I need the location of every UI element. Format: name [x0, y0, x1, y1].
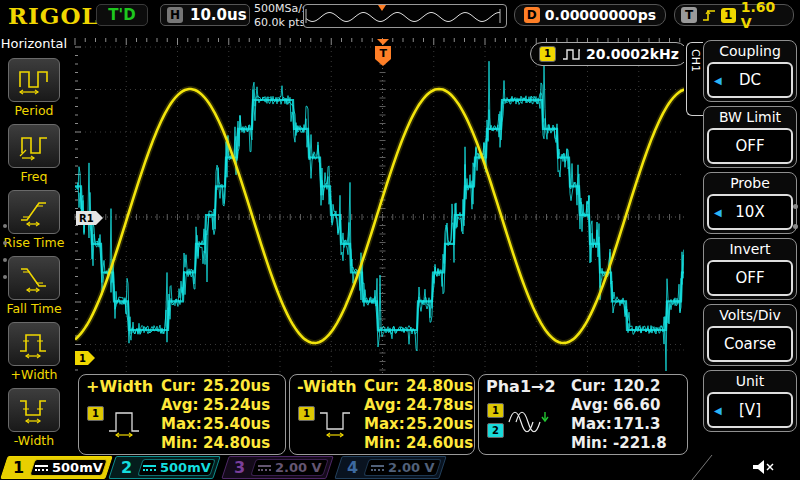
channel-number: 1 — [13, 457, 24, 478]
measurement-panel-nwidth: -Width 1 Cur:24.80us Avg:24.78us Max:25.… — [289, 374, 475, 455]
delay-value: 0.00000000ps — [545, 7, 656, 23]
timebase-badge[interactable]: H 10.0us — [160, 4, 250, 26]
channel-2-badge: 2 — [487, 423, 504, 438]
unit-value[interactable]: ◀ [V] — [707, 392, 793, 428]
trigger-level-value: 1.60 V — [741, 0, 787, 31]
volts-div-value[interactable]: Coarse — [707, 326, 793, 362]
phase-icon — [507, 407, 551, 439]
menu-item-negative-width[interactable]: -Width — [2, 388, 66, 450]
top-bar: RIGOL T'D H 10.0us 500MSa/s 60.0k pts D … — [0, 0, 800, 32]
trigger-status-text: T'D — [108, 6, 135, 24]
channel-block-2[interactable]: 2 500mV — [108, 456, 220, 479]
negative-pulse-icon — [318, 407, 358, 439]
menu-section-volts-div[interactable]: Volts/Div Coarse — [703, 304, 797, 366]
menu-item-period[interactable]: Period — [2, 58, 66, 120]
delay-key-icon: D — [524, 7, 540, 23]
channel-number: 3 — [234, 457, 245, 478]
svg-text:1: 1 — [79, 353, 86, 364]
channel-scale: 2.00 V — [388, 460, 435, 475]
square-wave-icon — [562, 46, 580, 62]
measurement-panel-phase: Pha1→2 1 2 Cur:120.2 Avg:66.60 Max:171.3… — [478, 374, 688, 455]
fall-time-icon — [18, 262, 50, 294]
waveform-preview-strip[interactable] — [303, 4, 507, 28]
menu-item-fall-time[interactable]: Fall Time — [2, 256, 66, 318]
preview-trigger-marker[interactable] — [378, 5, 386, 11]
measurement-panel-pwidth: +Width 1 Cur:25.20us Avg:25.24us Max:25.… — [78, 374, 286, 455]
freq-icon — [18, 130, 50, 162]
right-menu: CH1 Coupling ◀ DC BW Limit OFF Probe ◀ 1… — [684, 32, 800, 480]
menu-item-rise-time[interactable]: Rise Time — [2, 190, 66, 252]
menu-section-bw-limit[interactable]: BW Limit OFF — [703, 106, 797, 168]
menu-item-positive-width[interactable]: +Width — [2, 322, 66, 384]
memory-depth: 60.0k pts — [254, 16, 308, 30]
horizontal-key-icon: H — [167, 7, 183, 23]
dc-coupling-icon — [371, 465, 384, 471]
coupling-value[interactable]: ◀ DC — [707, 62, 793, 98]
bw-limit-value[interactable]: OFF — [707, 128, 793, 164]
menu-section-unit[interactable]: Unit ◀ [V] — [703, 370, 797, 432]
svg-text:R1: R1 — [79, 213, 94, 224]
channel-block-1[interactable]: 1 500mV — [0, 456, 112, 479]
sample-rate: 500MSa/s — [254, 2, 308, 16]
chevron-left-icon: ◀ — [714, 75, 722, 86]
trigger-badge[interactable]: T 1 1.60 V — [674, 4, 794, 26]
channel-scale: 2.00 V — [275, 460, 322, 475]
channel-scale: 500mV — [52, 460, 103, 475]
negative-width-icon — [18, 394, 50, 426]
mute-speaker-icon[interactable] — [750, 458, 778, 477]
positive-pulse-icon — [107, 407, 147, 439]
left-menu-title: Horizontal — [0, 36, 68, 51]
channel-block-4[interactable]: 4 2.00 V — [334, 456, 446, 479]
dc-coupling-icon — [258, 465, 271, 471]
trigger-key-icon: T — [681, 7, 697, 23]
trigger-status-badge: T'D — [96, 4, 148, 26]
chevron-left-icon: ◀ — [714, 405, 722, 416]
dc-coupling-icon — [143, 465, 156, 471]
left-page-indicator — [3, 224, 9, 292]
probe-value[interactable]: ◀ 10X — [707, 194, 793, 230]
positive-width-icon — [18, 328, 50, 360]
rise-time-icon — [18, 196, 50, 228]
channel-scale: 500mV — [160, 460, 211, 475]
channel-badge: 1 — [87, 406, 104, 421]
rising-edge-icon — [702, 7, 716, 23]
left-menu: Horizontal Period Freq Rise Time — [0, 32, 70, 480]
measurement-values: Cur:25.20us Avg:25.24us Max:25.40us Min:… — [161, 377, 270, 453]
invert-value[interactable]: OFF — [707, 260, 793, 296]
svg-text:T: T — [380, 47, 388, 60]
trigger-source-badge: 1 — [721, 8, 736, 23]
menu-section-invert[interactable]: Invert OFF — [703, 238, 797, 300]
freq-value: 20.0002kHz — [586, 46, 679, 62]
chevron-left-icon: ◀ — [714, 207, 722, 218]
oscilloscope-screen: { "top_bar": { "logo": "RIGOL", "trigger… — [0, 0, 800, 480]
delay-badge[interactable]: D 0.00000000ps — [514, 4, 666, 26]
channel-number: 4 — [347, 457, 358, 478]
measurement-values: Cur:120.2 Avg:66.60 Max:171.3 Min:-221.8 — [571, 377, 667, 453]
menu-item-freq[interactable]: Freq — [2, 124, 66, 186]
channel-bar: 1 500mV 2 500mV 3 2.00 V 4 — [0, 455, 800, 480]
menu-section-coupling[interactable]: Coupling ◀ DC — [703, 40, 797, 102]
channel-menu-tab: CH1 — [686, 42, 703, 116]
timebase-value: 10.0us — [190, 6, 247, 24]
menu-section-probe[interactable]: Probe ◀ 10X — [703, 172, 797, 234]
channel-block-3[interactable]: 3 2.00 V — [221, 456, 333, 479]
preview-wave-icon — [304, 5, 504, 25]
trigger-position-arrow-icon[interactable] — [377, 39, 389, 45]
right-page-indicator — [793, 204, 798, 244]
frequency-counter-badge: 1 20.0002kHz — [530, 42, 688, 66]
acquisition-info: 500MSa/s 60.0k pts — [254, 2, 308, 30]
channel-badge: 1 — [298, 406, 315, 421]
diagonal-divider — [688, 455, 716, 480]
freq-channel-badge: 1 — [539, 46, 556, 62]
channel-number: 2 — [121, 457, 132, 478]
rigol-logo: RIGOL — [8, 2, 99, 29]
channel-1-badge: 1 — [487, 403, 504, 418]
period-icon — [18, 64, 50, 96]
measurement-values: Cur:24.80us Avg:24.78us Max:25.20us Min:… — [364, 377, 473, 453]
dc-coupling-icon — [35, 465, 48, 471]
